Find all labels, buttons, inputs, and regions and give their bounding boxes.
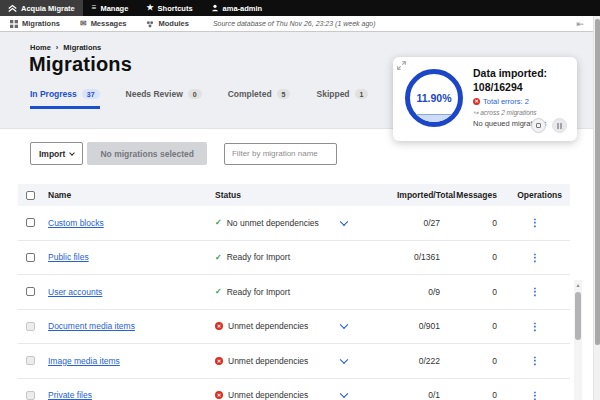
filter-input[interactable]	[224, 143, 337, 165]
tab-needs-review[interactable]: Needs Review 0	[126, 89, 202, 109]
migration-name-link[interactable]: Custom blocks	[48, 218, 104, 228]
kebab-menu-icon[interactable]: ⋮	[530, 217, 540, 228]
expand-chevron-icon[interactable]	[340, 217, 348, 225]
tab-count-badge: 37	[82, 89, 100, 99]
migrations-table: Name Status Imported/Total Messages Oper…	[18, 184, 570, 400]
status-cell: ✕ Unmet dependencies	[213, 390, 395, 400]
select-all-checkbox[interactable]	[26, 191, 35, 200]
row-checkbox[interactable]	[26, 253, 35, 262]
status-icon: ✓	[215, 253, 222, 262]
admin-topbar: Acquia Migrate ≡ Manage ★ Shortcuts ama-…	[0, 0, 600, 16]
toolbar-item-modules[interactable]: Modules	[136, 19, 198, 28]
toolbar-item-migrations[interactable]: Migrations	[0, 19, 70, 28]
data-imported-label: Data imported:	[473, 67, 573, 81]
pause-icon	[557, 123, 562, 129]
migration-name-link[interactable]: User accounts	[48, 287, 102, 297]
queue-controls	[531, 118, 567, 133]
app-window: Acquia Migrate ≡ Manage ★ Shortcuts ama-…	[0, 0, 600, 400]
toolbar-migrations-label: Migrations	[22, 19, 60, 28]
table-row: Custom blocks ✓ No unmet dependencies 0/…	[18, 206, 570, 241]
toolbar-item-messages[interactable]: ✉ Messages	[70, 19, 137, 28]
status-cell: ✕ Unmet dependencies	[213, 321, 395, 331]
expand-chevron-icon[interactable]	[340, 390, 348, 398]
pause-button[interactable]	[552, 118, 567, 133]
migration-name-link[interactable]: Document media items	[48, 321, 135, 331]
scroll-up-icon[interactable]: ▲	[574, 282, 582, 288]
status-cell: ✕ Unmet dependencies	[213, 356, 395, 366]
status-text: No unmet dependencies	[227, 218, 319, 228]
table-row: User accounts ✓ Ready for Import 0/9 0 ⋮	[18, 275, 570, 310]
status-tabs: In Progress 37 Needs Review 0 Completed …	[30, 89, 445, 109]
tab-count-badge: 1	[355, 89, 369, 99]
status-icon: ✕	[215, 322, 223, 330]
table-header-row: Name Status Imported/Total Messages Oper…	[18, 184, 570, 206]
brand-home-link[interactable]: Acquia Migrate	[0, 0, 83, 16]
status-text: Unmet dependencies	[228, 356, 308, 366]
shortcuts-menu-button[interactable]: ★ Shortcuts	[137, 0, 201, 16]
migration-name-link[interactable]: Private files	[48, 390, 92, 400]
grid-icon	[10, 20, 18, 28]
tab-completed[interactable]: Completed 5	[228, 89, 291, 109]
row-checkbox[interactable]	[26, 218, 35, 227]
collapse-toolbar-icon[interactable]: ⇤	[576, 19, 584, 29]
manage-label: Manage	[100, 4, 128, 13]
tab-label: In Progress	[30, 89, 77, 99]
table-row: Private files ✕ Unmet dependencies 0/1 0…	[18, 379, 570, 400]
row-checkbox[interactable]	[26, 356, 35, 365]
total-errors-link[interactable]: Total errors: 2	[483, 97, 529, 106]
table-row: Document media items ✕ Unmet dependencie…	[18, 310, 570, 345]
tab-in-progress[interactable]: In Progress 37	[30, 89, 100, 109]
messages-count: 0	[443, 321, 500, 331]
page-scrollbar-thumb[interactable]	[595, 19, 600, 345]
table-row: Public files ✓ Ready for Import 0/1361 0…	[18, 241, 570, 276]
user-menu-button[interactable]: ama-admin	[202, 0, 272, 16]
stop-icon	[536, 123, 541, 128]
expand-chevron-icon[interactable]	[340, 321, 348, 329]
progress-ring: 11.90%	[405, 69, 463, 127]
source-database-note: Source database of Thu Nov 26, 23:23 (1 …	[213, 20, 376, 27]
page-content: Home › Migrations Migrations In Progress…	[0, 32, 600, 400]
messages-count: 0	[443, 390, 500, 400]
import-dropdown-button[interactable]: Import	[30, 142, 83, 165]
kebab-menu-icon[interactable]: ⋮	[530, 321, 540, 332]
status-icon: ✕	[215, 357, 223, 365]
header-name: Name	[42, 190, 213, 200]
messages-count: 0	[443, 356, 500, 366]
table-scrollbar[interactable]: ▲	[574, 280, 582, 400]
status-icon: ✕	[215, 391, 223, 399]
kebab-menu-icon[interactable]: ⋮	[530, 355, 540, 366]
bulk-controls: Import No migrations selected	[30, 142, 337, 165]
breadcrumb: Home › Migrations	[30, 43, 101, 52]
total-errors-row[interactable]: ✕ Total errors: 2	[473, 97, 573, 106]
kebab-menu-icon[interactable]: ⋮	[530, 252, 540, 263]
row-checkbox[interactable]	[26, 322, 35, 331]
resize-diagonal-icon[interactable]	[397, 61, 406, 70]
expand-chevron-icon[interactable]	[340, 355, 348, 363]
imported-total-value: 0/27	[395, 218, 443, 228]
tab-skipped[interactable]: Skipped 1	[316, 89, 368, 109]
stop-button[interactable]	[531, 118, 546, 133]
selection-status-button[interactable]: No migrations selected	[87, 142, 207, 165]
migration-name-link[interactable]: Image media items	[48, 356, 120, 366]
page-scrollbar[interactable]	[593, 16, 600, 400]
breadcrumb-home-link[interactable]: Home	[30, 43, 51, 52]
kebab-menu-icon[interactable]: ⋮	[530, 286, 540, 297]
chevron-down-icon	[70, 150, 76, 156]
progress-percent: 11.90%	[410, 74, 458, 122]
breadcrumb-separator: ›	[56, 43, 59, 52]
envelope-icon: ✉	[80, 20, 87, 28]
row-checkbox[interactable]	[26, 391, 35, 400]
breadcrumb-current: Migrations	[63, 43, 101, 52]
migration-name-link[interactable]: Public files	[48, 252, 89, 262]
manage-menu-button[interactable]: ≡ Manage	[83, 0, 138, 16]
row-checkbox[interactable]	[26, 287, 35, 296]
table-body: Custom blocks ✓ No unmet dependencies 0/…	[18, 206, 570, 400]
messages-count: 0	[443, 252, 500, 262]
tab-count-badge: 5	[277, 89, 291, 99]
messages-count: 0	[443, 218, 500, 228]
kebab-menu-icon[interactable]: ⋮	[530, 390, 540, 400]
tab-label: Completed	[228, 89, 272, 99]
status-text: Unmet dependencies	[228, 321, 308, 331]
status-icon: ✓	[215, 218, 222, 227]
table-scrollbar-thumb[interactable]	[575, 292, 581, 340]
